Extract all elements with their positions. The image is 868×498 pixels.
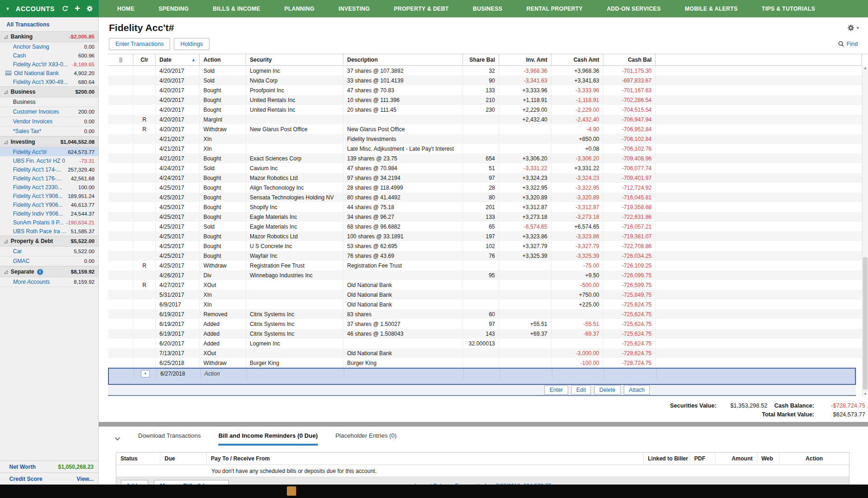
sidebar-section-investing[interactable]: Investing$1,046,552.08 <box>0 136 98 147</box>
sidebar-item-cash[interactable]: Cash600.96 <box>0 51 98 60</box>
sidebar-item-fidelity-acc-t-y906[interactable]: Fidelity Acc't Y906...46,613.77 <box>0 200 98 209</box>
delete-button[interactable]: Delete <box>594 385 621 395</box>
nav-item-mobile-alerts[interactable]: MOBILE & ALERTS <box>673 6 750 12</box>
accounts-collapse-icon[interactable]: ▼ <box>6 6 10 11</box>
register-row[interactable]: 6/19/2017AddedCitrix Systems Inc37 share… <box>108 319 862 329</box>
nav-item-property-debt[interactable]: PROPERTY & DEBT <box>382 6 461 12</box>
enter-transactions-button[interactable]: Enter Transactions <box>109 38 170 50</box>
sidebar-item-sales-tax[interactable]: *Sales Tax*0.00 <box>0 127 98 136</box>
find-button[interactable]: Find <box>838 41 858 47</box>
sidebar-item-business[interactable]: Business <box>0 97 98 107</box>
add-account-icon[interactable]: + <box>75 3 80 13</box>
section-expander-icon[interactable] <box>4 239 8 243</box>
register-row[interactable]: R4/27/2017XOutOld National Bank-500.00-7… <box>108 280 862 290</box>
scroll-down-icon[interactable]: ▼ <box>864 392 867 396</box>
register-gear-button[interactable]: ▼ <box>847 24 860 32</box>
collapse-panel-button[interactable] <box>114 437 120 446</box>
register-row[interactable]: 4/21/2017BoughtExact Sciences Corp139 sh… <box>108 153 862 163</box>
sidebar-item-fidelity-acc-t-2330[interactable]: Fidelity Acc't 2330...100.00 <box>0 183 98 192</box>
inv-amt-column-header[interactable]: Inv. Amt <box>499 54 551 65</box>
cash-amt-column-header[interactable]: Cash Amt <box>551 54 603 65</box>
register-row[interactable]: 5/31/2017XInOld National Bank+750.00-725… <box>108 290 862 300</box>
info-icon[interactable]: i <box>37 269 43 275</box>
tab-placeholder-entries[interactable]: Placeholder Entries (0) <box>336 432 397 446</box>
register-row[interactable]: 4/25/2017SoldEagle Materials Inc68 share… <box>108 222 862 231</box>
scrollbar-thumb[interactable] <box>863 257 868 389</box>
nav-item-bills-income[interactable]: BILLS & INCOME <box>201 6 272 12</box>
action-column-header[interactable]: Action <box>200 54 246 65</box>
sidebar-item-fidelity-indiv-y906[interactable]: Fidelity Indiv Y906...24,544.37 <box>0 209 98 218</box>
register-row[interactable]: R4/25/2017WithdrawRegistration Fee Trust… <box>108 261 862 270</box>
sidebar-section-banking[interactable]: Banking-$2,005.85 <box>0 31 98 42</box>
register-row[interactable]: 4/20/2017SoldNvida Corp33 shares @ 101.4… <box>108 76 862 85</box>
nav-item-spending[interactable]: SPENDING <box>146 6 201 12</box>
panel-splitter[interactable] <box>99 422 868 427</box>
register-row[interactable]: 4/21/2017XInLate Misc. Adjkustment - Lat… <box>108 144 862 153</box>
net-worth-row[interactable]: Net Worth $1,050,268.23 <box>0 460 98 472</box>
credit-score-view-link[interactable]: View... <box>76 476 94 482</box>
register-row[interactable]: 4/26/2017DivWinnebago Industries Inc95+9… <box>108 270 862 280</box>
new-row-action-dropdown[interactable]: ▼ <box>141 370 150 377</box>
attachment-column-header[interactable] <box>108 54 133 65</box>
new-row-date-cell[interactable]: 6/27/2018 <box>157 369 201 378</box>
new-row-action-cell[interactable]: Action <box>201 369 247 378</box>
sidebar-item-anchor-saving[interactable]: Anchor Saving0.00 <box>0 42 98 51</box>
sidebar-item-fidelity-acc-t-y906[interactable]: Fidelity Acc't Y906...189,951.24 <box>0 192 98 200</box>
register-row[interactable]: 6/19/2017RemovedCitrix Systems Inc83 sha… <box>108 309 862 319</box>
sidebar-section-business[interactable]: Business$200.00 <box>0 86 98 97</box>
share-bal-column-header[interactable]: Share Bal <box>463 54 499 65</box>
register-row[interactable]: 4/24/2017SoldCavium Inc47 shares @ 70.98… <box>108 163 862 173</box>
all-transactions-link[interactable]: All Transactions <box>0 18 98 31</box>
nav-item-home[interactable]: HOME <box>105 6 146 12</box>
register-row[interactable]: 4/20/2017BoughtUnited Rentals Inc10 shar… <box>108 95 862 105</box>
register-row[interactable]: 4/25/2017BoughtU S Concrete Inc53 shares… <box>108 241 862 251</box>
register-row[interactable]: 4/25/2017BoughtMazor Robotics Ltd100 sha… <box>108 231 862 241</box>
cash-bal-column-header[interactable]: Cash Bal <box>603 54 656 65</box>
register-row[interactable]: 4/20/2017BoughtUnited Rentals Inc20 shar… <box>108 105 862 115</box>
refresh-icon[interactable] <box>62 5 69 12</box>
nav-item-rental-property[interactable]: RENTAL PROPERTY <box>514 6 595 12</box>
section-expander-icon[interactable] <box>4 35 8 39</box>
sidebar-item-old-national-bank[interactable]: Old National Bank4,902.20 <box>0 69 98 77</box>
holdings-button[interactable]: Holdings <box>174 38 209 50</box>
register-row[interactable]: 4/25/2017BoughtAlign Techonology Inc28 s… <box>108 183 862 192</box>
sidebar-item-more-accounts[interactable]: More Accounts8,159.92 <box>0 277 98 287</box>
register-row[interactable]: 4/20/2017BoughtProofpoint Inc47 shares @… <box>108 85 862 95</box>
sidebar-item-fidelity-acc-t-x83-0[interactable]: Fidelity Acc't# X83-0...-8,189.65 <box>0 60 98 69</box>
register-row[interactable]: 4/20/2017SoldLogmein Inc37 shares @ 107.… <box>108 66 862 76</box>
sidebar-item-sunam-polaris-ii-p[interactable]: SunAm Polaris II P...-190,634.21 <box>0 218 98 227</box>
os-taskbar[interactable] <box>0 485 868 498</box>
sidebar-item-customer-invoices[interactable]: Customer Invoices200.00 <box>0 107 98 117</box>
register-row[interactable]: R4/20/2017WithdrawNew Glarus Post Office… <box>108 124 862 134</box>
sidebar-item-ubs-roth-pace-ira[interactable]: UBS Roth Pace Ira ...51,585.37 <box>0 227 98 236</box>
description-column-header[interactable]: Description <box>343 54 463 65</box>
sidebar-item-fidelity-acc-t[interactable]: Fidelity Acc't#624,573.77 <box>0 147 98 156</box>
register-row[interactable]: 6/9/2017XInOld National Bank+225.00-725,… <box>108 300 862 309</box>
security-column-header[interactable]: Security <box>246 54 343 65</box>
tab-download-transactions[interactable]: Download Transactions <box>138 432 201 446</box>
sidebar-item-vendor-invoices[interactable]: Vendor Invoices0.00 <box>0 117 98 127</box>
register-row[interactable]: 4/24/2017BoughtMazor Robotics Ltd97 shar… <box>108 173 862 183</box>
register-row[interactable]: 4/25/2017BoughtEagle Materials Inc34 sha… <box>108 212 862 222</box>
sidebar-item-gmac[interactable]: GMAC0.00 <box>0 256 98 266</box>
section-expander-icon[interactable] <box>4 270 8 274</box>
register-row[interactable]: 4/21/2017XInFidelity Investments+850.00-… <box>108 134 862 144</box>
sidebar-item-fidelity-acc-t-176[interactable]: Fidelity Acc't 176-...42,561.68 <box>0 174 98 183</box>
scroll-up-icon[interactable]: ▲ <box>864 66 867 70</box>
nav-item-investing[interactable]: INVESTING <box>327 6 382 12</box>
taskbar-app-icon[interactable] <box>287 486 296 496</box>
register-scrollbar[interactable]: ▲ ▼ <box>862 66 868 396</box>
sidebar-item-car[interactable]: Car5,522.00 <box>0 247 98 256</box>
new-transaction-row[interactable]: ▼ 6/27/2018 Action <box>108 368 856 385</box>
nav-item-add-on-services[interactable]: ADD-ON SERVICES <box>595 6 672 12</box>
register-row[interactable]: 4/25/2017BoughtSensata Technologies Hold… <box>108 192 862 202</box>
section-expander-icon[interactable] <box>4 90 8 94</box>
sidebar-section-property-debt[interactable]: Property & Debt$5,522.00 <box>0 236 98 247</box>
date-column-header[interactable]: Date ▲ <box>156 54 200 65</box>
register-row[interactable]: 6/19/2017AddedCitrix Systems Inc46 share… <box>108 329 862 338</box>
register-row[interactable]: 4/25/2017BoughtShopify Inc44 shares @ 75… <box>108 202 862 212</box>
sidebar-item-fidelity-acc-t-174[interactable]: Fidelity Acc't 174-...257,329.40 <box>0 165 98 174</box>
section-expander-icon[interactable] <box>4 140 8 144</box>
register-row[interactable]: 6/25/2018WithdrawBurger KingBurger King-… <box>108 358 862 368</box>
register-row[interactable]: 7/13/2017XOutOld National Bank-3,000.00-… <box>108 348 862 358</box>
